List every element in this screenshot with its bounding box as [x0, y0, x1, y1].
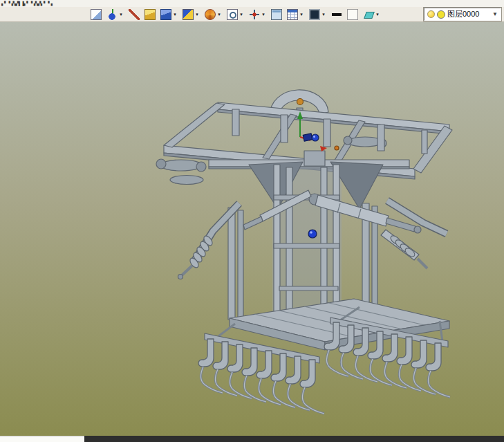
dropdown-arrow-icon[interactable]: ▾	[118, 12, 124, 17]
work-plane-button[interactable]: ▾	[362, 8, 381, 21]
combo-dropdown-icon[interactable]: ▼	[491, 11, 498, 17]
preview-button[interactable]: ▾	[226, 8, 245, 21]
blank-canvas-button[interactable]	[346, 8, 359, 21]
arch-orange-marker	[297, 99, 304, 105]
layer-color-icon	[437, 10, 445, 19]
frame-view-button[interactable]	[270, 8, 283, 21]
grid-table-button[interactable]: ▾	[286, 8, 305, 21]
plane-icon	[363, 9, 374, 20]
bottom-bar	[0, 436, 504, 442]
locate-target-button[interactable]: ▾	[248, 8, 267, 21]
display-mode-button[interactable]: ▾	[308, 8, 327, 21]
layer-combo-value: 图层0000	[447, 9, 489, 19]
view-orientation-button[interactable]: ▾	[106, 8, 124, 21]
sketch-icon	[129, 9, 140, 20]
view-icon	[106, 9, 118, 20]
dropdown-arrow-icon[interactable]: ▾	[172, 12, 178, 17]
dropdown-arrow-icon[interactable]: ▾	[375, 12, 380, 17]
line-width-button[interactable]	[330, 8, 343, 21]
titlebar-text: ▖▘▝▗▚▞▌▐▖▘▝▗▚▞▖▘▝▗	[1, 1, 52, 6]
color-wheel-button[interactable]: ▾	[204, 8, 223, 21]
solid-blue-icon	[160, 9, 171, 20]
open-button[interactable]	[90, 8, 102, 21]
layer-combo[interactable]: 图层0000 ▼	[424, 8, 501, 21]
toolbar-buttons: ▾▾▾▾▾▾▾▾▾	[90, 8, 381, 21]
dropdown-arrow-icon[interactable]: ▾	[321, 12, 326, 17]
sketch-button[interactable]	[128, 8, 140, 21]
dropdown-arrow-icon[interactable]: ▾	[194, 12, 200, 17]
viewport-canvas	[0, 22, 504, 436]
line-black-icon	[331, 9, 342, 20]
bulb-icon	[427, 10, 435, 18]
orange-marker	[335, 146, 339, 150]
blank-icon	[347, 9, 358, 20]
viewport-3d[interactable]	[0, 22, 504, 436]
titlebar: ▖▘▝▗▚▞▌▐▖▘▝▗▚▞▖▘▝▗	[0, 0, 504, 7]
render-material-button[interactable]: ▾	[182, 8, 200, 21]
window-icon	[271, 9, 282, 20]
dropdown-arrow-icon[interactable]: ▾	[239, 12, 244, 17]
blue-sphere-top	[312, 134, 319, 141]
open-icon	[91, 9, 102, 20]
preview-icon	[227, 9, 238, 20]
paint-icon	[183, 9, 194, 20]
blue-sphere-mid	[308, 230, 317, 238]
main-toolbar: ▾▾▾▾▾▾▾▾▾ 图层0000 ▼	[0, 7, 504, 22]
extrude-button[interactable]	[144, 8, 156, 21]
bottom-left-panel	[0, 436, 84, 442]
color-wheel-icon	[205, 9, 216, 20]
monitor-icon	[309, 9, 320, 20]
app-window: ▖▘▝▗▚▞▌▐▖▘▝▗▚▞▖▘▝▗ ▾▾▾▾▾▾▾▾▾ 图层0000 ▼	[0, 0, 504, 442]
solid-button[interactable]: ▾	[160, 8, 178, 21]
dropdown-arrow-icon[interactable]: ▾	[299, 12, 304, 17]
extrude-yellow-icon	[144, 9, 156, 20]
target-icon	[249, 9, 260, 20]
dropdown-arrow-icon[interactable]: ▾	[216, 12, 222, 17]
grid-icon	[287, 9, 298, 20]
bottom-dark-strip	[84, 436, 504, 442]
dropdown-arrow-icon[interactable]: ▾	[261, 12, 266, 17]
